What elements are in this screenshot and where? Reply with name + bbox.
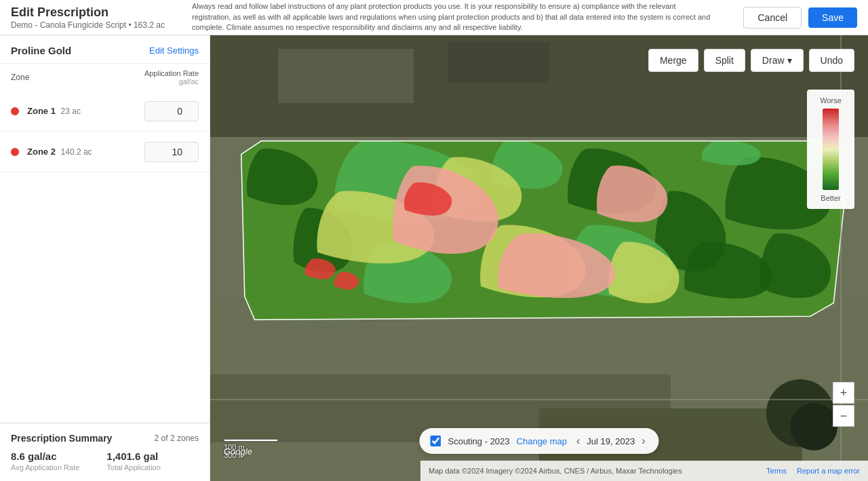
scouting-date: Jul 19, 2023 <box>587 436 635 446</box>
panel-header: Proline Gold Edit Settings <box>0 35 210 64</box>
zone-name: Zone 2 <box>27 147 56 157</box>
scouting-label: Scouting - 2023 <box>448 436 509 446</box>
zone-input-wrap <box>144 101 199 121</box>
zone-input-wrap <box>144 142 199 162</box>
merge-button[interactable]: Merge <box>648 49 698 72</box>
map-attribution: Map data ©2024 Imagery ©2024 Airbus, CNE… <box>420 461 868 481</box>
cancel-button[interactable]: Cancel <box>743 7 802 28</box>
zone-info: Zone 1 23 ac <box>27 106 144 116</box>
save-button[interactable]: Save <box>808 7 857 28</box>
draw-label: Draw <box>762 55 785 66</box>
rate-unit: gal/ac <box>144 77 199 85</box>
total-stat: 1,401.6 gal Total Application <box>106 450 161 472</box>
summary-header: Prescription Summary 2 of 2 zones <box>11 433 199 444</box>
topbar-actions: Cancel Save <box>743 7 857 28</box>
map-copyright: Map data ©2024 Imagery ©2024 Airbus, CNE… <box>429 467 682 475</box>
split-button[interactable]: Split <box>704 49 745 72</box>
zone-name: Zone 1 <box>27 106 56 116</box>
date-navigator: ‹ Jul 19, 2023 › <box>574 434 648 448</box>
zone-rate-input[interactable] <box>144 101 199 121</box>
undo-button[interactable]: Undo <box>809 49 854 72</box>
total-label: Total Application <box>106 463 161 472</box>
map-footer-links: Terms Report a map error <box>766 467 860 475</box>
zones-header: Zone Application Rate gal/ac <box>0 64 210 91</box>
zone-dot <box>11 148 19 156</box>
report-link[interactable]: Report a map error <box>797 467 860 475</box>
zones-list: Zone 1 23 ac Zone 2 140.2 ac <box>0 91 210 423</box>
topbar-subtitle: Demo - Canola Fungicide Script • 163.2 a… <box>11 20 165 30</box>
zone-info: Zone 2 140.2 ac <box>27 147 144 157</box>
zoom-controls: + − <box>833 382 854 427</box>
topbar-notice: Always read and follow label instruction… <box>192 1 717 33</box>
summary-zones-count: 2 of 2 zones <box>155 434 199 443</box>
zoom-out-button[interactable]: − <box>833 405 854 427</box>
panel-product-name: Proline Gold <box>11 45 71 56</box>
field-canvas <box>210 35 868 481</box>
rate-column-header: Application Rate gal/ac <box>144 69 199 85</box>
legend-better-label: Better <box>816 194 845 202</box>
zone-dot <box>11 107 19 115</box>
zone-row: Zone 2 140.2 ac <box>0 132 210 172</box>
scouting-badge: Scouting - 2023 Change map ‹ Jul 19, 202… <box>419 428 658 454</box>
date-prev-button[interactable]: ‹ <box>574 434 583 448</box>
zone-rate-input[interactable] <box>144 142 199 162</box>
date-next-button[interactable]: › <box>639 434 648 448</box>
avg-rate-value: 8.6 gal/ac <box>11 450 79 462</box>
topbar-left: Edit Prescription Demo - Canola Fungicid… <box>11 5 165 30</box>
legend: Worse Better <box>807 90 854 209</box>
legend-worse-label: Worse <box>816 96 845 104</box>
zone-column-header: Zone <box>11 73 29 82</box>
avg-rate-stat: 8.6 gal/ac Avg Application Rate <box>11 450 79 472</box>
zone-area: 140.2 ac <box>61 147 92 157</box>
summary-stats: 8.6 gal/ac Avg Application Rate 1,401.6 … <box>11 450 199 472</box>
scale-line <box>224 439 278 442</box>
map-controls: Merge Split Draw ▾ Undo <box>648 49 854 72</box>
avg-rate-label: Avg Application Rate <box>11 463 79 472</box>
edit-settings-link[interactable]: Edit Settings <box>149 45 199 56</box>
summary-title: Prescription Summary <box>11 433 112 444</box>
zoom-in-button[interactable]: + <box>833 382 854 404</box>
topbar: Edit Prescription Demo - Canola Fungicid… <box>0 0 868 35</box>
scouting-checkbox[interactable] <box>430 436 441 446</box>
rate-label: Application Rate <box>144 69 199 77</box>
terms-link[interactable]: Terms <box>766 467 787 475</box>
change-map-link[interactable]: Change map <box>517 436 567 446</box>
page-title: Edit Prescription <box>11 5 165 20</box>
draw-chevron-icon: ▾ <box>787 55 792 66</box>
map-area[interactable]: Merge Split Draw ▾ Undo Worse Better 100… <box>210 35 868 481</box>
total-value: 1,401.6 gal <box>106 450 161 462</box>
zone-area: 23 ac <box>61 107 81 116</box>
prescription-summary: Prescription Summary 2 of 2 zones 8.6 ga… <box>0 423 210 481</box>
legend-color-bar <box>823 109 839 190</box>
google-logo: Google <box>224 446 252 457</box>
draw-button[interactable]: Draw ▾ <box>751 49 804 72</box>
left-panel: Proline Gold Edit Settings Zone Applicat… <box>0 35 210 481</box>
zone-row: Zone 1 23 ac <box>0 91 210 132</box>
